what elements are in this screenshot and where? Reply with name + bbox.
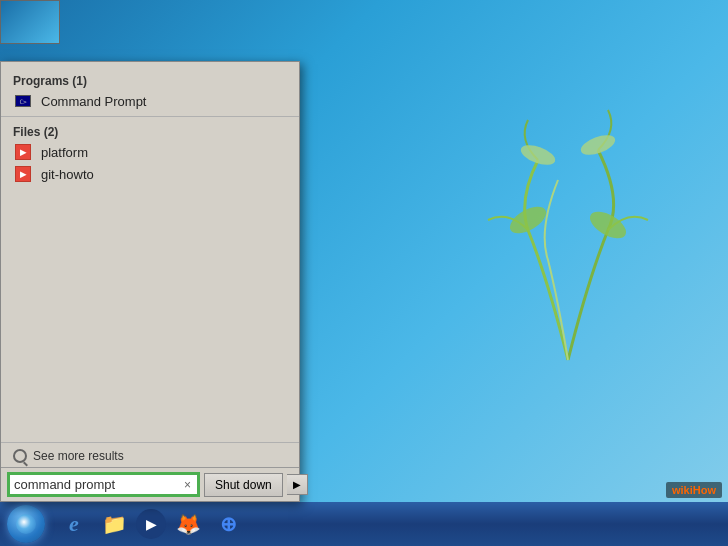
search-box-wrapper: × xyxy=(7,472,200,497)
start-orb xyxy=(7,505,45,543)
taskbar-icons: e 📁 ▶ 🦊 ⊕ xyxy=(52,506,250,542)
desktop-decoration xyxy=(468,80,668,384)
search-area: × Shut down ▶ xyxy=(1,467,299,501)
see-more-search-icon xyxy=(13,449,27,463)
media-player-icon[interactable]: ▶ xyxy=(136,509,166,539)
folder-icon[interactable]: 📁 xyxy=(96,506,132,542)
wikihow-prefix: wiki xyxy=(672,484,693,496)
svg-point-3 xyxy=(578,131,617,158)
see-more-label: See more results xyxy=(33,449,124,463)
git-howto-item[interactable]: ▶ git-howto xyxy=(1,163,299,185)
ie-icon[interactable]: e xyxy=(56,506,92,542)
chrome-icon[interactable]: ⊕ xyxy=(210,506,246,542)
clear-search-button[interactable]: × xyxy=(182,478,193,492)
see-more-results[interactable]: See more results xyxy=(1,445,299,467)
platform-label: platform xyxy=(41,145,88,160)
taskbar: e 📁 ▶ 🦊 ⊕ xyxy=(0,502,728,546)
start-menu-content: Programs (1) Command Prompt Files (2) ▶ … xyxy=(1,62,299,442)
start-button[interactable] xyxy=(0,502,52,546)
start-menu: Programs (1) Command Prompt Files (2) ▶ … xyxy=(0,61,300,502)
git-howto-label: git-howto xyxy=(41,167,94,182)
wikihow-highlight: How xyxy=(693,484,716,496)
cmd-icon xyxy=(13,93,33,109)
shutdown-arrow-button[interactable]: ▶ xyxy=(287,474,308,495)
thumbnail xyxy=(0,0,60,44)
command-prompt-label: Command Prompt xyxy=(41,94,146,109)
shutdown-button[interactable]: Shut down xyxy=(204,473,283,497)
programs-section-header: Programs (1) xyxy=(1,70,299,90)
search-input[interactable] xyxy=(14,477,182,492)
wikihow-badge: wikiHow xyxy=(666,482,722,498)
firefox-icon[interactable]: 🦊 xyxy=(170,506,206,542)
shutdown-label: Shut down xyxy=(215,478,272,492)
shutdown-arrow-icon: ▶ xyxy=(293,479,301,490)
desktop: Programs (1) Command Prompt Files (2) ▶ … xyxy=(0,0,728,546)
svg-point-1 xyxy=(518,141,557,168)
command-prompt-item[interactable]: Command Prompt xyxy=(1,90,299,112)
svg-point-2 xyxy=(586,206,631,243)
files-section-header: Files (2) xyxy=(1,121,299,141)
windows-logo xyxy=(16,514,36,534)
platform-item[interactable]: ▶ platform xyxy=(1,141,299,163)
git-howto-file-icon: ▶ xyxy=(13,166,33,182)
platform-file-icon: ▶ xyxy=(13,144,33,160)
section-divider xyxy=(1,116,299,117)
